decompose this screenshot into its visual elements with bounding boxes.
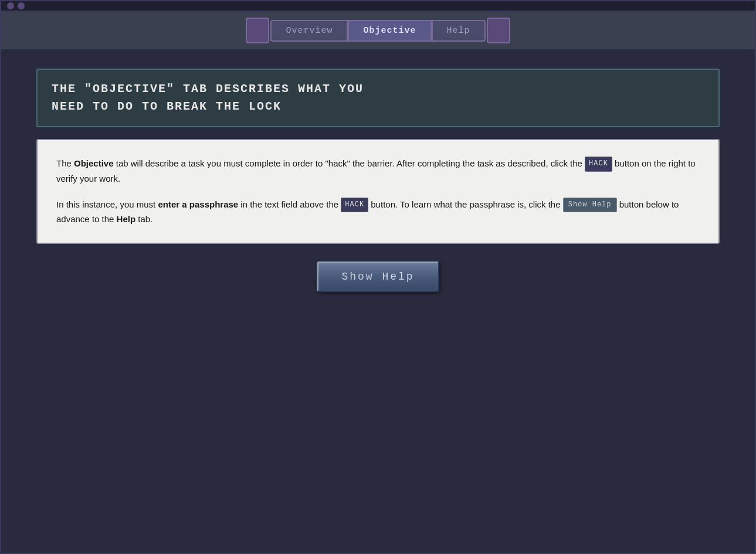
paragraph-2: In this instance, you must enter a passp… <box>56 198 700 227</box>
para2-help-bold: Help <box>117 214 136 224</box>
strip-dot-1 <box>7 2 14 9</box>
main-content: The "Objective" Tab Describes What You N… <box>1 51 755 529</box>
para2-start: In this instance, you must <box>56 199 158 209</box>
tab-help[interactable]: Help <box>432 20 486 42</box>
top-strip <box>1 1 755 12</box>
para2-final: tab. <box>135 214 152 224</box>
hack-badge-1: HACK <box>585 157 612 171</box>
tab-objective-label: Objective <box>363 26 416 36</box>
tab-overview[interactable]: Overview <box>270 20 348 42</box>
para1-rest: tab will describe a task you must comple… <box>114 158 585 168</box>
page-heading-text: The "Objective" Tab Describes What You N… <box>52 80 704 115</box>
tab-left-spacer <box>246 18 269 43</box>
tab-overview-label: Overview <box>286 26 333 36</box>
show-help-container: Show Help <box>36 261 720 292</box>
content-box: The Objective tab will describe a task y… <box>36 139 720 244</box>
para2-mid2: button. To learn what the passphrase is,… <box>368 199 563 209</box>
app-frame: Overview Objective Help The "Objective" … <box>0 0 756 554</box>
heading-line1: The "Objective" Tab Describes What You <box>52 82 364 96</box>
tab-help-label: Help <box>447 26 470 36</box>
heading-line2: Need To Do To Break The Lock <box>52 100 282 113</box>
para1-objective-bold: Objective <box>74 158 114 168</box>
para2-passphrase-bold: enter a passphrase <box>158 199 238 209</box>
hack-badge-2: HACK <box>341 198 368 212</box>
page-heading: The "Objective" Tab Describes What You N… <box>36 69 720 127</box>
strip-dot-2 <box>18 2 25 9</box>
tab-right-spacer <box>487 18 510 43</box>
show-help-inline-badge: Show Help <box>563 198 617 212</box>
tab-bar: Overview Objective Help <box>1 12 755 51</box>
paragraph-1: The Objective tab will describe a task y… <box>56 157 700 186</box>
show-help-button[interactable]: Show Help <box>317 261 439 292</box>
para1-the: The <box>56 158 74 168</box>
para2-mid: in the text field above the <box>238 199 341 209</box>
show-help-label: Show Help <box>341 271 414 283</box>
tab-objective[interactable]: Objective <box>348 20 431 42</box>
